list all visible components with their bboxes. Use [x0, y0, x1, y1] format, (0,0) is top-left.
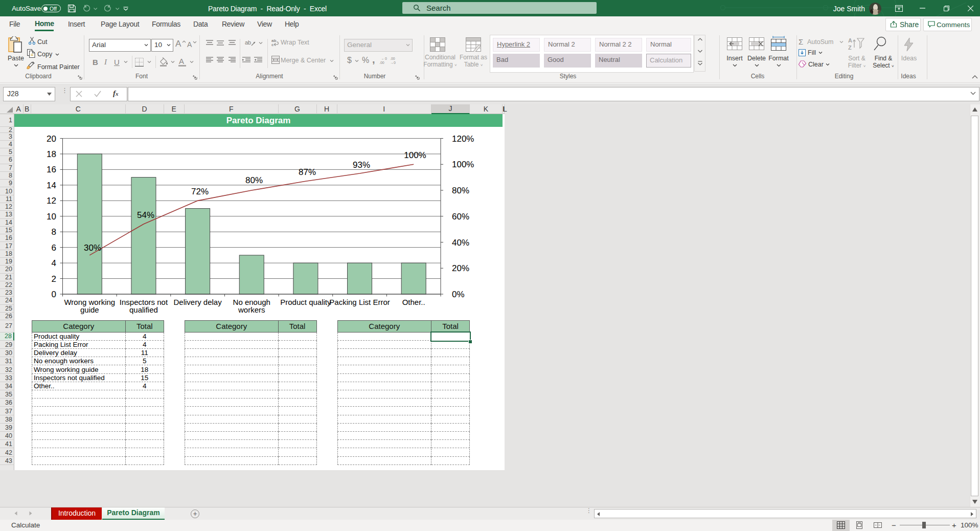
svg-text:c: c: [271, 42, 274, 47]
svg-text:80%: 80%: [452, 186, 469, 195]
svg-text:Delivery delay: Delivery delay: [174, 298, 222, 306]
svg-text:0: 0: [52, 290, 56, 299]
svg-text:Other..: Other..: [402, 298, 425, 306]
svg-text:0%: 0%: [452, 290, 465, 299]
svg-text:←0: ←0: [381, 57, 387, 60]
svg-text:4: 4: [52, 258, 56, 268]
svg-text:2: 2: [52, 274, 56, 284]
svg-text:54%: 54%: [137, 210, 154, 220]
svg-text:Product quality: Product quality: [280, 298, 331, 306]
svg-text:72%: 72%: [191, 187, 209, 196]
svg-text:8: 8: [52, 227, 56, 237]
svg-text:.00: .00: [379, 61, 384, 64]
svg-text:87%: 87%: [299, 167, 316, 177]
svg-text:16: 16: [47, 165, 56, 174]
svg-text:14: 14: [47, 181, 56, 190]
svg-text:ab: ab: [245, 39, 251, 46]
svg-text:→0: →0: [390, 61, 396, 64]
svg-text:20: 20: [47, 134, 56, 144]
svg-text:20%: 20%: [452, 263, 469, 273]
svg-text:10: 10: [47, 212, 56, 222]
svg-text:qualified: qualified: [129, 305, 158, 314]
svg-text:workers: workers: [238, 305, 265, 314]
svg-text:Z: Z: [848, 45, 852, 51]
svg-text:A: A: [848, 37, 852, 43]
svg-text:100%: 100%: [452, 160, 474, 169]
svg-text:.00: .00: [390, 57, 395, 60]
svg-text:6: 6: [52, 243, 56, 253]
svg-text:60%: 60%: [452, 212, 469, 222]
svg-text:Packing List Error: Packing List Error: [329, 298, 390, 306]
svg-text:12: 12: [47, 196, 56, 206]
svg-text:120%: 120%: [452, 134, 474, 144]
svg-text:93%: 93%: [353, 160, 370, 170]
svg-text:guide: guide: [80, 305, 99, 314]
svg-text:40%: 40%: [452, 238, 469, 248]
svg-text:30%: 30%: [84, 243, 101, 253]
svg-text:80%: 80%: [245, 175, 263, 185]
svg-text:100%: 100%: [404, 150, 426, 160]
svg-text:18: 18: [47, 149, 56, 159]
